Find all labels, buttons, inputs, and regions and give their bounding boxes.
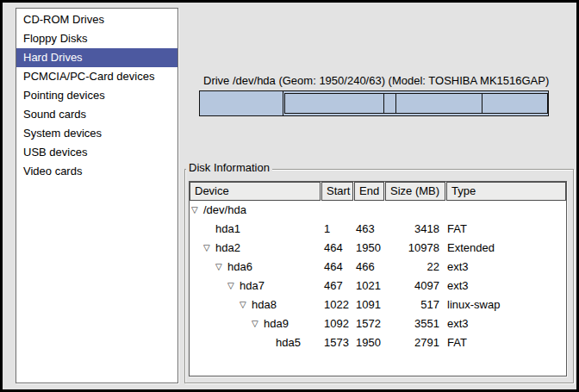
disk-information-groupbox: Disk Information DeviceStartEndSize (MB)… xyxy=(184,161,574,383)
cell-type: ext3 xyxy=(443,258,566,277)
table-row-hda6[interactable]: ▽ hda6 464 466 22 ext3 xyxy=(190,258,566,277)
expander-triangle-icon[interactable]: ▽ xyxy=(252,314,264,333)
device-name: hda1 xyxy=(215,220,240,239)
device-name: hda9 xyxy=(264,314,289,333)
sidebar-item-video-cards[interactable]: Video cards xyxy=(16,162,177,181)
cell-start: 464 xyxy=(321,239,352,258)
cell-start: 1022 xyxy=(321,296,352,314)
column-header-size-mb-[interactable]: Size (MB) xyxy=(385,182,445,201)
cell-device: ▽ hda7 xyxy=(190,277,321,296)
cell-start: 1 xyxy=(321,220,352,239)
cell-size xyxy=(383,201,443,220)
device-name: /dev/hda xyxy=(203,201,246,220)
cell-end: 463 xyxy=(352,220,383,239)
cell-end: 1572 xyxy=(352,314,383,333)
cell-start: 1573 xyxy=(321,333,352,352)
table-row-hda7[interactable]: ▽ hda7 467 1021 4097 ext3 xyxy=(190,277,566,296)
sidebar-item-pointing-devices[interactable]: Pointing devices xyxy=(16,86,177,105)
column-header-device[interactable]: Device xyxy=(190,182,321,201)
sidebar-item-system-devices[interactable]: System devices xyxy=(16,124,177,143)
expander-triangle-icon[interactable]: ▽ xyxy=(227,277,240,296)
expander-triangle-icon[interactable]: ▽ xyxy=(215,258,227,277)
sidebar-item-pcmcia-pc-card-devices[interactable]: PCMCIA/PC-Card devices xyxy=(16,67,177,86)
partition-table-body: ▽ /dev/hda hda1 1 463 3418 FAT ▽ hda2 46… xyxy=(190,201,566,352)
cell-end: 1021 xyxy=(352,277,383,296)
partition-table: DeviceStartEndSize (MB)Type ▽ /dev/hda h… xyxy=(189,181,567,376)
logical-partition-divider xyxy=(395,94,396,113)
sidebar-item-cd-rom-drives[interactable]: CD-ROM Drives xyxy=(16,10,177,29)
device-name: hda8 xyxy=(252,296,277,314)
cell-size: 517 xyxy=(383,296,443,314)
table-row-hda8[interactable]: ▽ hda8 1022 1091 517 linux-swap xyxy=(190,296,566,314)
cell-size: 10978 xyxy=(383,239,443,258)
table-row-hda1[interactable]: hda1 1 463 3418 FAT xyxy=(190,220,566,239)
column-header-type[interactable]: Type xyxy=(446,182,566,201)
cell-device: ▽ hda6 xyxy=(190,258,321,277)
device-name: hda6 xyxy=(227,258,252,277)
device-name: hda2 xyxy=(215,239,240,258)
cell-end xyxy=(352,201,383,220)
cell-type: linux-swap xyxy=(443,296,566,314)
table-row-hda9[interactable]: ▽ hda9 1092 1572 3551 ext3 xyxy=(190,314,566,333)
column-header-end[interactable]: End xyxy=(354,182,384,201)
disk-information-title: Disk Information xyxy=(186,161,272,175)
table-row-hda5[interactable]: hda5 1573 1950 2791 FAT xyxy=(190,333,566,352)
cell-start: 1092 xyxy=(321,314,352,333)
table-row-hda2[interactable]: ▽ hda2 464 1950 10978 Extended xyxy=(190,239,566,258)
cell-type: Extended xyxy=(443,239,566,258)
cell-type: ext3 xyxy=(443,277,566,296)
expander-triangle-icon[interactable]: ▽ xyxy=(240,296,252,314)
cell-end: 1950 xyxy=(352,239,383,258)
cell-end: 1091 xyxy=(352,296,383,314)
hardware-browser-window: CD-ROM DrivesFloppy DisksHard DrivesPCMC… xyxy=(0,0,579,392)
device-name: hda5 xyxy=(276,333,301,352)
extended-partition-box xyxy=(284,93,548,114)
sidebar-item-sound-cards[interactable]: Sound cards xyxy=(16,105,177,124)
drive-description-label: Drive /dev/hda (Geom: 1950/240/63) (Mode… xyxy=(203,74,574,88)
cell-device: ▽ /dev/hda xyxy=(190,201,321,220)
expander-triangle-icon[interactable]: ▽ xyxy=(191,201,203,220)
cell-type: FAT xyxy=(443,333,566,352)
cell-end: 466 xyxy=(352,258,383,277)
cell-start: 467 xyxy=(321,277,352,296)
cell-type: ext3 xyxy=(443,314,566,333)
cell-device: ▽ hda2 xyxy=(190,239,321,258)
cell-size: 2791 xyxy=(383,333,443,352)
cell-type xyxy=(443,201,566,220)
cell-size: 22 xyxy=(383,258,443,277)
primary-partition-divider xyxy=(283,91,283,115)
table-row--dev-hda[interactable]: ▽ /dev/hda xyxy=(190,201,566,220)
expander-triangle-icon[interactable]: ▽ xyxy=(203,239,215,258)
cell-start: 464 xyxy=(321,258,352,277)
partition-bar xyxy=(199,90,549,116)
partition-table-header: DeviceStartEndSize (MB)Type xyxy=(190,182,566,201)
sidebar-item-floppy-disks[interactable]: Floppy Disks xyxy=(16,29,177,48)
cell-device: hda1 xyxy=(190,220,321,239)
column-header-start[interactable]: Start xyxy=(321,182,353,201)
cell-type: FAT xyxy=(443,220,566,239)
cell-device: hda5 xyxy=(190,333,321,352)
cell-size: 4097 xyxy=(383,277,443,296)
cell-device: ▽ hda8 xyxy=(190,296,321,314)
device-name: hda7 xyxy=(240,277,265,296)
logical-partition-divider xyxy=(482,94,482,113)
sidebar-item-hard-drives[interactable]: Hard Drives xyxy=(16,48,177,67)
cell-size: 3551 xyxy=(383,314,443,333)
cell-size: 3418 xyxy=(383,220,443,239)
logical-partition-divider xyxy=(383,94,384,113)
device-category-list: CD-ROM DrivesFloppy DisksHard DrivesPCMC… xyxy=(16,8,178,383)
cell-end: 1950 xyxy=(352,333,383,352)
cell-device: ▽ hda9 xyxy=(190,314,321,333)
cell-start xyxy=(321,201,352,220)
sidebar-item-usb-devices[interactable]: USB devices xyxy=(16,143,177,162)
